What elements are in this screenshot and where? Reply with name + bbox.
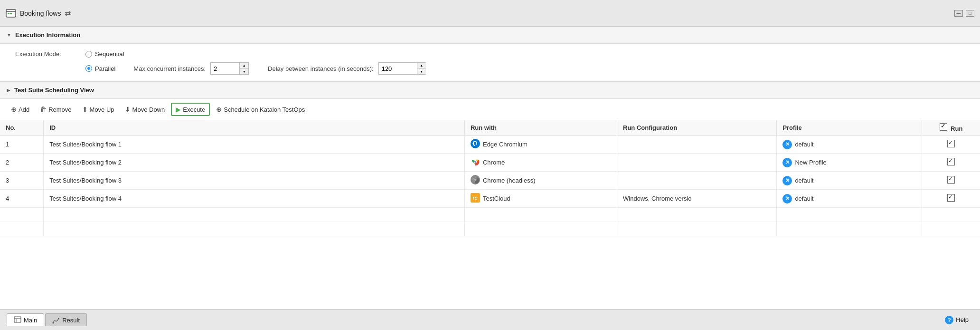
parallel-radio[interactable] [85, 65, 92, 72]
table-row[interactable]: 4 Test Suites/Booking flow 4 TC TestClou… [0, 190, 980, 208]
bottom-tabs: Main Result [7, 313, 87, 326]
app-icon [6, 8, 16, 19]
tab-result[interactable]: Result [45, 313, 87, 326]
schedule-icon: ⊕ [216, 106, 222, 113]
help-button[interactable]: ? Help [940, 314, 973, 326]
delay-spinner[interactable]: ▲ ▼ [378, 62, 426, 75]
move-up-label: Move Up [90, 106, 114, 113]
run-checkbox[interactable] [947, 158, 955, 165]
table-row[interactable]: 2 Test Suites/Booking flow 2 Chrome ✕ Ne… [0, 154, 980, 172]
run-checkbox[interactable] [947, 176, 955, 184]
execute-label: Execute [183, 106, 205, 113]
help-icon: ? [945, 316, 953, 324]
cell-run-check[interactable] [922, 172, 980, 190]
svg-rect-2 [8, 13, 9, 14]
cell-no: 1 [0, 136, 44, 154]
table-container: No. ID Run with Run Configuration Profil… [0, 120, 980, 309]
cell-no: 4 [0, 190, 44, 208]
cell-id: Test Suites/Booking flow 1 [44, 136, 465, 154]
max-concurrent-up[interactable]: ▲ [240, 63, 248, 68]
profile-icon: ✕ [782, 140, 792, 149]
profile-name: default [795, 195, 813, 202]
add-button[interactable]: ⊕ Add [7, 103, 34, 116]
result-tab-icon [52, 316, 60, 324]
table-header-row: No. ID Run with Run Configuration Profil… [0, 120, 980, 136]
move-up-icon: ⬆ [82, 106, 88, 113]
execution-info-label: Execution Information [15, 31, 80, 39]
profile-name: New Profile [795, 159, 826, 166]
maximize-button[interactable]: □ [966, 10, 974, 17]
shuffle-icon: ⇄ [65, 9, 71, 18]
execution-info-body: Execution Mode: Sequential Parallel Max … [0, 44, 980, 82]
svg-point-12 [474, 179, 476, 181]
move-up-button[interactable]: ⬆ Move Up [78, 103, 119, 116]
max-concurrent-group: Max concurrent instances: ▲ ▼ Delay betw… [133, 62, 425, 75]
svg-point-8 [474, 161, 476, 163]
tab-result-label: Result [62, 317, 80, 324]
execution-info-header[interactable]: ▼ Execution Information [0, 27, 980, 44]
cell-no: 2 [0, 154, 44, 172]
cell-run-check[interactable] [922, 190, 980, 208]
table-row[interactable]: 3 Test Suites/Booking flow 3 Chrome (hea… [0, 172, 980, 190]
delay-up[interactable]: ▲ [417, 63, 426, 68]
window-controls: — □ [954, 10, 974, 17]
cell-run-with: Edge Chromium [464, 136, 617, 154]
th-run-with: Run with [464, 120, 617, 136]
run-checkbox[interactable] [947, 140, 955, 147]
move-down-button[interactable]: ⬇ Move Down [121, 103, 170, 116]
cell-run-with: Chrome [464, 154, 617, 172]
table-row[interactable]: 1 Test Suites/Booking flow 1 Edge Chromi… [0, 136, 980, 154]
browser-name: Chrome [483, 159, 505, 166]
execute-button[interactable]: ▶ Execute [171, 103, 210, 116]
execute-icon: ▶ [176, 106, 181, 113]
browser-icon [471, 157, 480, 168]
bottom-bar: Main Result ? Help [0, 309, 980, 330]
max-concurrent-spinner[interactable]: ▲ ▼ [210, 62, 249, 75]
cell-run-check[interactable] [922, 154, 980, 172]
browser-name: Edge Chromium [483, 141, 528, 148]
help-label: Help [956, 316, 969, 323]
sequential-radio[interactable] [85, 51, 92, 58]
max-concurrent-input[interactable] [211, 63, 239, 74]
cell-run-with: Chrome (headless) [464, 172, 617, 190]
run-checkbox[interactable] [947, 194, 955, 202]
max-concurrent-down[interactable]: ▼ [240, 68, 248, 74]
th-id: ID [44, 120, 465, 136]
title-left: Booking flows ⇄ [6, 8, 71, 19]
cell-run-config: Windows, Chrome versio [617, 190, 777, 208]
tab-main[interactable]: Main [7, 313, 44, 326]
parallel-row: Parallel Max concurrent instances: ▲ ▼ D… [15, 62, 969, 75]
svg-text:TC: TC [472, 196, 478, 201]
cell-run-check[interactable] [922, 136, 980, 154]
add-label: Add [19, 106, 29, 113]
main-content: ▼ Execution Information Execution Mode: … [0, 27, 980, 309]
profile-icon: ✕ [782, 194, 792, 204]
tab-title: Booking flows [20, 10, 61, 17]
schedule-label: Schedule on Katalon TestOps [224, 106, 305, 113]
svg-rect-15 [14, 317, 21, 322]
remove-button[interactable]: 🗑 Remove [36, 103, 75, 116]
delay-input[interactable] [379, 63, 417, 74]
table-row-empty [0, 208, 980, 222]
table-body: 1 Test Suites/Booking flow 1 Edge Chromi… [0, 136, 980, 236]
svg-point-18 [53, 322, 54, 324]
browser-icon [471, 139, 480, 150]
profile-icon: ✕ [782, 176, 792, 185]
scheduling-view-header[interactable]: ▶ Test Suite Scheduling View [0, 82, 980, 99]
cell-id: Test Suites/Booking flow 4 [44, 190, 465, 208]
browser-name: TestCloud [483, 195, 510, 202]
remove-icon: 🗑 [40, 106, 47, 113]
exec-mode-label: Execution Mode: [15, 50, 77, 58]
minimize-button[interactable]: — [954, 10, 963, 17]
max-concurrent-label: Max concurrent instances: [133, 65, 206, 72]
delay-arrows: ▲ ▼ [417, 63, 426, 74]
schedule-button[interactable]: ⊕ Schedule on Katalon TestOps [212, 103, 309, 116]
svg-rect-3 [10, 13, 12, 14]
delay-down[interactable]: ▼ [417, 68, 426, 74]
add-icon: ⊕ [11, 106, 17, 113]
table-row-empty [0, 222, 980, 236]
cell-run-config [617, 154, 777, 172]
scheduling-expand-arrow: ▶ [7, 87, 10, 93]
th-run-check: Run [922, 120, 980, 136]
run-all-checkbox[interactable] [940, 123, 947, 131]
